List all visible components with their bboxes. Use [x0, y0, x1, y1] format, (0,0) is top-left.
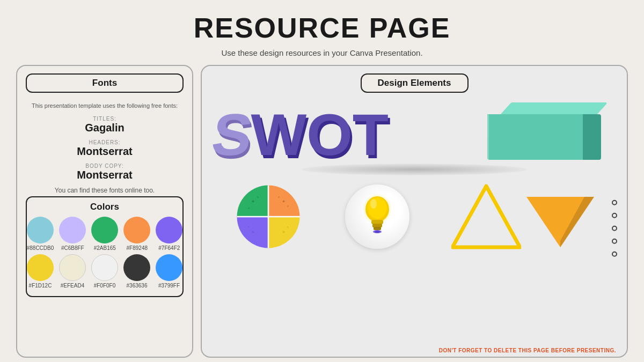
swot-area: S W O T [213, 97, 616, 167]
dot-5 [612, 252, 617, 257]
lightbulb-svg [358, 193, 396, 240]
triangle-outline-svg [451, 182, 521, 252]
color-circle-10 [156, 254, 182, 281]
body-font-label: BODY COPY: [30, 163, 179, 169]
body-font-name: Montserrat [30, 169, 179, 181]
pie-chart-svg [233, 182, 303, 252]
color-row-2: #F1D12C #EFEAD4 #F0F0F0 #363636 #3799FF [32, 254, 177, 289]
footer-delete-note: DON'T FORGET TO DELETE THIS PAGE BEFORE … [439, 348, 616, 353]
color-circle-1 [27, 217, 54, 243]
svg-point-6 [252, 231, 254, 233]
color-circle-7 [59, 254, 86, 281]
color-swatch-1: #88CCDB0 [27, 217, 54, 251]
dot-4 [612, 239, 617, 244]
page-title: RESOURCE PAGE [194, 12, 451, 44]
triangles-group [451, 182, 595, 252]
bottom-elements [213, 182, 616, 252]
svg-point-3 [283, 200, 285, 202]
svg-rect-16 [372, 224, 382, 227]
dots-column [612, 200, 617, 257]
svg-point-19 [375, 231, 380, 233]
right-panel: Design Elements S W O T [201, 65, 628, 358]
design-elements-badge: Design Elements [361, 73, 469, 93]
color-swatch-9: #363636 [123, 254, 150, 289]
title-font-label: TITLES: [30, 116, 179, 122]
color-circle-6 [27, 254, 54, 281]
color-circle-4 [123, 217, 150, 243]
color-hex-5: #7F64F2 [158, 245, 180, 251]
svg-point-0 [252, 200, 254, 202]
color-hex-2: #C6B8FF [61, 245, 84, 251]
color-swatch-3: #2AB165 [91, 217, 118, 251]
svg-point-2 [248, 208, 250, 209]
svg-point-5 [278, 196, 280, 198]
svg-point-20 [363, 194, 391, 224]
lightbulb-container [345, 184, 409, 249]
fonts-box: Fonts [26, 73, 184, 93]
color-hex-9: #363636 [127, 283, 148, 289]
svg-point-7 [248, 226, 250, 228]
svg-point-9 [287, 226, 289, 228]
fonts-description: This presentation template uses the foll… [30, 101, 179, 110]
page-subtitle: Use these design resources in your Canva… [221, 48, 422, 57]
color-circle-8 [91, 254, 118, 281]
font-find-text: You can find these fonts online too. [30, 187, 179, 194]
letter-t: T [353, 105, 389, 164]
color-circle-2 [59, 217, 86, 243]
letter-o: O [306, 105, 353, 164]
color-swatch-5: #7F64F2 [156, 217, 182, 251]
triangle-filled-svg [525, 193, 595, 252]
color-circle-3 [91, 217, 118, 243]
left-panel: Fonts This presentation template uses th… [16, 65, 193, 358]
color-hex-8: #F0F0F0 [94, 283, 116, 289]
color-hex-4: #F89248 [127, 245, 148, 251]
svg-point-4 [287, 205, 289, 207]
colors-title: Colors [32, 202, 177, 212]
colors-box: Colors #88CCDB0 #C6B8FF #2AB165 #F89248 [26, 196, 184, 297]
dot-1 [612, 200, 617, 205]
color-circle-5 [156, 217, 182, 243]
swot-letters: S W O T [213, 100, 389, 164]
color-hex-6: #F1D12C [29, 283, 52, 289]
color-swatch-4: #F89248 [123, 217, 150, 251]
dot-2 [612, 213, 617, 218]
letter-s: S [208, 105, 255, 164]
3d-box [487, 102, 605, 167]
title-font-name: Gagalin [30, 122, 179, 134]
fonts-title: Fonts [33, 78, 176, 88]
pie-chart [233, 182, 303, 252]
color-circle-9 [123, 254, 150, 281]
headers-font-label: HEADERS: [30, 139, 179, 145]
color-hex-3: #2AB165 [94, 245, 116, 251]
color-row-1: #88CCDB0 #C6B8FF #2AB165 #F89248 #7F64F2 [32, 217, 177, 251]
color-swatch-6: #F1D12C [27, 254, 54, 289]
svg-rect-17 [374, 227, 381, 230]
svg-point-1 [257, 196, 259, 198]
color-swatch-7: #EFEAD4 [59, 254, 86, 289]
color-hex-7: #EFEAD4 [61, 283, 84, 289]
dot-3 [612, 226, 617, 231]
color-swatch-8: #F0F0F0 [91, 254, 118, 289]
letter-w: W [251, 105, 306, 164]
color-hex-1: #88CCDB0 [27, 245, 54, 251]
headers-font-name: Montserrat [30, 145, 179, 158]
svg-point-8 [283, 231, 285, 233]
color-swatch-2: #C6B8FF [59, 217, 86, 251]
color-swatch-10: #3799FF [156, 254, 182, 289]
svg-marker-21 [452, 186, 520, 247]
color-hex-10: #3799FF [158, 283, 180, 289]
